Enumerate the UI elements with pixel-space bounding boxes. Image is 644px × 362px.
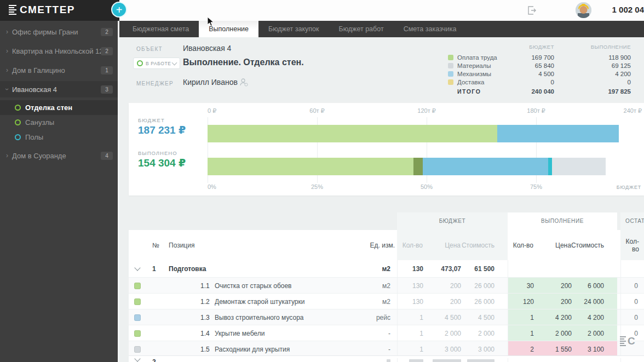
col-rest-qty: Кол-во [620, 230, 644, 260]
chart-bottom-end-label: БЮДЖЕТ [617, 185, 641, 190]
row-done-cells: 14 2004 200 [508, 309, 617, 325]
row-unit: рейс [359, 314, 397, 321]
row-num-name: 1.1Очистка от старых обоев [146, 282, 359, 290]
status-dropdown[interactable]: В РАБОТЕ [133, 58, 180, 69]
row-type-badge-icon [134, 346, 141, 353]
tab-item[interactable]: Бюджет работ [329, 21, 393, 37]
sidebar-subitem-label: Отделка стен [25, 104, 72, 112]
summary-row-label: Механизмы [457, 71, 505, 77]
table-row-item[interactable]: 1.1Очистка от старых обоевм213020026 000… [129, 277, 644, 294]
user-avatar[interactable] [576, 2, 591, 18]
row-number: 1.4 [200, 330, 215, 337]
row-budget-cells: 13 0003 000 [397, 341, 508, 357]
sidebar-item[interactable]: ›Дом в Галицино1 [0, 62, 119, 78]
row-expander[interactable] [129, 358, 146, 361]
sidebar-item-label: Ивановская 4 [11, 85, 101, 94]
chart-bar-segment [497, 125, 619, 142]
table-row-item[interactable]: 1.5Расходники для укрытия-13 0003 00021 … [129, 341, 644, 357]
legend-swatch-icon [448, 79, 453, 85]
sidebar-item[interactable]: ›Офис фирмы Грани2 [0, 24, 119, 40]
count-badge: 3 [101, 85, 113, 94]
legend-swatch-icon [448, 71, 453, 77]
summary-col-done: ВЫПОЛНЕНИЕ [562, 44, 634, 50]
row-number: 2 [146, 358, 169, 362]
mouse-cursor [207, 16, 215, 27]
chart-bar-segment [548, 158, 552, 175]
table-row-item[interactable]: 1.4Укрытие мебели-12 0002 00012 0002 000… [129, 325, 644, 341]
plus-icon: + [116, 4, 123, 15]
sidebar-subitem[interactable]: Отделка стен [0, 100, 119, 115]
assign-manager-icon[interactable] [239, 78, 248, 87]
page-title: Выполнение. Отделка стен. [183, 58, 304, 67]
table-row-item[interactable]: 1.2Демонтаж старой штукатурким213020026 … [129, 293, 644, 309]
row-done-cells: 12 0002 000 [508, 325, 617, 341]
partial-text-fragment [409, 359, 423, 362]
summary-total-done: 197 825 [562, 88, 634, 95]
summary-rows: Оплата труда169 700118 900Материалы65 84… [448, 53, 634, 95]
table-row-group[interactable]: 1Подготовкам2130473,0761 500 [129, 260, 644, 278]
sidebar-item-label: Дом в Суоранде [11, 152, 101, 160]
row-unit: м2 [359, 282, 397, 290]
row-num-name: 1.3Вывоз строительного мусора [146, 314, 359, 321]
row-expander[interactable] [129, 267, 146, 270]
rest-qty: 0 [620, 294, 644, 309]
budget-cost: 2 000 [461, 330, 508, 337]
chart-top-tick: 240т ₽ [624, 107, 642, 114]
table-row-group-partial[interactable]: 2 [129, 355, 644, 362]
sidebar-list: ›Офис фирмы Грани2›Квартира на Никольско… [0, 24, 119, 164]
smetter-logo[interactable]: СМЕТТЕР [9, 4, 75, 16]
summary-row-done: 118 900 [562, 54, 634, 61]
budget-qty: 1 [398, 330, 423, 337]
summary-total-budget: 240 040 [505, 88, 562, 95]
row-marker [129, 314, 146, 321]
done-price: 4 200 [534, 314, 572, 321]
sidebar-item[interactable]: ›Ивановская 43 [0, 81, 119, 97]
budget-price: 473,07 [423, 265, 461, 273]
summary-row-label: Доставка [457, 79, 505, 85]
chevron-right-icon: › [3, 66, 11, 74]
sidebar-item[interactable]: ›Дом в Суоранде4 [0, 147, 119, 164]
row-name: Очистка от старых обоев [215, 282, 359, 290]
chart-bottom-tick: 25% [311, 183, 323, 190]
chart-stacked-bar [208, 158, 606, 175]
tab-item[interactable]: Смета заказчика [394, 21, 467, 37]
rest-qty: 0 [620, 278, 644, 294]
row-num-name: 1Подготовка [146, 265, 359, 273]
partial-text-fragment [467, 359, 495, 362]
partial-cell [398, 358, 423, 362]
row-marker [129, 283, 146, 289]
add-button[interactable]: + [111, 2, 127, 18]
sidebar-subitem[interactable]: Санузлы [0, 115, 119, 130]
row-number: 1 [146, 265, 169, 273]
sidebar-scrollbar[interactable] [118, 21, 119, 362]
row-budget-cells: 13020026 000 [397, 294, 508, 309]
row-marker [129, 298, 146, 305]
col-unit: Ед. изм. [359, 242, 397, 249]
chevron-down-icon [172, 60, 177, 65]
tab-item[interactable]: Бюджет закупок [258, 21, 329, 37]
budget-cost: 4 500 [461, 314, 508, 321]
budget-price: 200 [423, 298, 461, 306]
sidebar-subitem[interactable]: Полы [0, 130, 119, 145]
object-label: ОБЪЕКТ [136, 46, 163, 52]
logout-icon[interactable] [527, 5, 537, 15]
row-num-name: 1.5Расходники для укрытия [146, 346, 359, 353]
row-unit [359, 358, 397, 362]
summary-header: БЮДЖЕТ ВЫПОЛНЕНИЕ [448, 44, 634, 50]
smetter-watermark: С [620, 335, 635, 347]
tab-item[interactable]: Бюджетная смета [123, 21, 199, 37]
count-badge: 2 [101, 47, 113, 55]
budget-cost: 26 000 [461, 298, 508, 306]
summary-row-done: 69 125 [562, 62, 634, 69]
summary-row-label: Оплата труда [457, 54, 505, 61]
row-done-cells: 21 5503 100 [508, 341, 617, 357]
table-row-item[interactable]: 1.3Вывоз строительного мусорарейс14 5004… [129, 309, 644, 325]
table-group-done: ВЫПОЛНЕНИЕ [508, 218, 617, 224]
done-qty: 2 [508, 346, 534, 353]
row-unit: - [359, 346, 397, 353]
budget-cost: 26 000 [461, 282, 508, 290]
positions-table: БЮДЖЕТ ВЫПОЛНЕНИЕ ОСТАТОК № Позиция Ед. … [129, 212, 644, 362]
sidebar-item[interactable]: ›Квартира на Никольской 122 [0, 43, 119, 59]
summary-row-budget: 0 [505, 79, 562, 85]
smetter-logo-icon [9, 5, 16, 15]
